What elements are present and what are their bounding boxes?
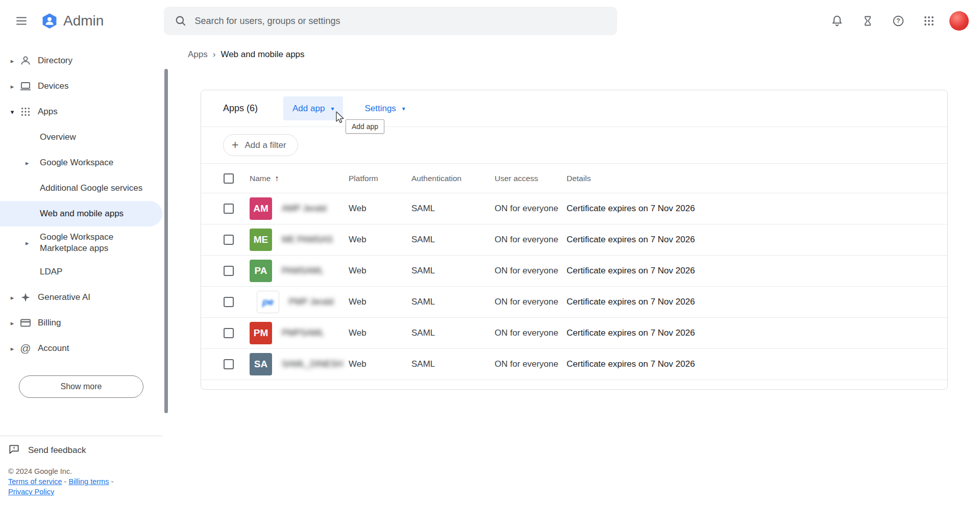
- expand-arrow-icon[interactable]: ▸: [6, 294, 18, 301]
- sidebar-item-apps[interactable]: ▾ Apps: [0, 99, 162, 124]
- notifications-button[interactable]: [827, 11, 847, 31]
- hamburger-icon: [15, 14, 28, 28]
- table-row[interactable]: ME ME PAMSAS Web SAML ON for everyone Ce…: [201, 224, 947, 256]
- app-launcher-button[interactable]: [919, 11, 939, 31]
- sidebar-item-ldap[interactable]: LDAP: [0, 259, 162, 285]
- apps-grid-icon: [18, 106, 33, 117]
- authentication-cell: SAML: [411, 266, 495, 276]
- expand-arrow-icon[interactable]: ▸: [6, 57, 18, 65]
- settings-button[interactable]: Settings ▾: [357, 96, 412, 120]
- admin-logo-icon: [41, 12, 58, 30]
- authentication-cell: SAML: [411, 297, 495, 307]
- row-checkbox[interactable]: [224, 204, 234, 214]
- sidebar-item-devices[interactable]: ▸ Devices: [0, 73, 162, 99]
- row-checkbox[interactable]: [224, 235, 234, 245]
- breadcrumb-apps-link[interactable]: Apps: [188, 49, 208, 60]
- details-cell: Certificate expires on 7 Nov 2026: [567, 266, 947, 276]
- column-header-platform: Platform: [349, 174, 411, 183]
- app-name: PMPSAML: [282, 328, 324, 338]
- sidebar-item-billing[interactable]: ▸ Billing: [0, 310, 162, 336]
- app-launcher-grid-icon: [923, 15, 935, 27]
- sidebar-item-web-and-mobile-apps[interactable]: Web and mobile apps: [0, 201, 162, 226]
- sidebar-item-google-workspace[interactable]: ▸ Google Workspace: [0, 150, 162, 175]
- search-input[interactable]: [194, 16, 607, 27]
- sidebar-item-label: Google Workspace: [40, 157, 113, 168]
- page-title: Apps (6): [223, 103, 258, 114]
- send-feedback-button[interactable]: Send feedback: [0, 436, 162, 459]
- sidebar-item-label: Overview: [40, 132, 76, 143]
- expand-arrow-icon[interactable]: ▸: [6, 345, 18, 352]
- table-row[interactable]: SA SAML_DINESH Web SAML ON for everyone …: [201, 349, 947, 380]
- row-checkbox[interactable]: [224, 266, 234, 276]
- table-row[interactable]: AM AMP Jerald Web SAML ON for everyone C…: [201, 193, 947, 224]
- menu-button[interactable]: [9, 9, 34, 33]
- show-more-button[interactable]: Show more: [19, 375, 143, 398]
- add-app-tooltip: Add app: [346, 119, 384, 134]
- sort-ascending-icon[interactable]: ↑: [275, 174, 279, 183]
- expand-arrow-icon[interactable]: ▸: [6, 83, 18, 90]
- breadcrumb-current-page: Web and mobile apps: [220, 49, 304, 60]
- sidebar-item-label: Directory: [38, 56, 72, 66]
- apps-list-card: Apps (6) Add app ▾ Settings ▾ + Add a fi…: [201, 90, 948, 390]
- app-avatar: pe: [257, 291, 279, 313]
- sidebar-scrollbar[interactable]: [164, 69, 168, 413]
- billing-terms-link[interactable]: Billing terms: [68, 477, 109, 486]
- expand-arrow-icon[interactable]: ▸: [26, 239, 40, 247]
- expand-arrow-icon[interactable]: ▸: [26, 159, 40, 167]
- person-icon: [18, 55, 33, 67]
- apps-toolbar: Apps (6) Add app ▾ Settings ▾: [201, 90, 947, 127]
- collapse-arrow-icon[interactable]: ▾: [6, 108, 18, 116]
- chevron-down-icon: ▾: [402, 105, 405, 112]
- sidebar-item-label: LDAP: [40, 266, 62, 277]
- add-filter-button[interactable]: + Add a filter: [223, 134, 298, 156]
- user-avatar[interactable]: [949, 11, 969, 31]
- column-header-authentication: Authentication: [411, 174, 495, 183]
- privacy-policy-link[interactable]: Privacy Policy: [8, 488, 54, 496]
- row-checkbox[interactable]: [224, 297, 234, 307]
- table-row[interactable]: PM PMPSAML Web SAML ON for everyone Cert…: [201, 318, 947, 349]
- sidebar-footer: © 2024 Google Inc. Terms of service - Bi…: [0, 459, 162, 505]
- add-app-button[interactable]: Add app ▾: [283, 96, 343, 120]
- sidebar-item-google-workspace-marketplace-apps[interactable]: ▸ Google Workspace Marketplace apps: [0, 226, 162, 259]
- terms-of-service-link[interactable]: Terms of service: [8, 477, 62, 486]
- user-access-cell: ON for everyone: [495, 266, 567, 276]
- row-checkbox[interactable]: [224, 359, 234, 369]
- sidebar-item-overview[interactable]: Overview: [0, 124, 162, 150]
- sidebar-item-account[interactable]: ▸ @ Account: [0, 336, 162, 361]
- app-name: PMP Jerald: [289, 297, 334, 307]
- filter-bar: + Add a filter: [201, 127, 947, 163]
- platform-cell: Web: [349, 235, 411, 245]
- table-row[interactable]: PA PAMSAML Web SAML ON for everyone Cert…: [201, 256, 947, 287]
- authentication-cell: SAML: [411, 328, 495, 338]
- help-icon: ?: [892, 14, 905, 28]
- help-button[interactable]: ?: [888, 11, 909, 31]
- user-access-cell: ON for everyone: [495, 235, 567, 245]
- admin-logo[interactable]: Admin: [41, 12, 104, 30]
- breadcrumb: Apps › Web and mobile apps: [169, 42, 980, 61]
- select-all-checkbox[interactable]: [224, 173, 234, 184]
- details-cell: Certificate expires on 7 Nov 2026: [567, 297, 947, 307]
- platform-cell: Web: [349, 266, 411, 276]
- sidebar-item-label: Generative AI: [38, 292, 90, 302]
- search-bar[interactable]: [164, 7, 617, 35]
- sidebar: ▸ Directory ▸ Devices ▾: [0, 42, 169, 505]
- expand-arrow-icon[interactable]: ▸: [6, 319, 18, 327]
- app-name: PAMSAML: [282, 266, 324, 276]
- sidebar-item-label: Devices: [38, 81, 68, 91]
- sidebar-item-additional-google-services[interactable]: Additional Google services: [0, 175, 162, 201]
- tasks-button[interactable]: [857, 11, 878, 31]
- sidebar-item-label: Web and mobile apps: [40, 208, 124, 219]
- table-row[interactable]: pe PMP Jerald Web SAML ON for everyone C…: [201, 287, 947, 318]
- column-header-name[interactable]: Name: [250, 174, 271, 183]
- product-name: Admin: [63, 13, 104, 29]
- sidebar-item-directory[interactable]: ▸ Directory: [0, 48, 162, 73]
- column-header-user-access: User access: [495, 174, 567, 183]
- search-icon: [174, 14, 187, 28]
- authentication-cell: SAML: [411, 359, 495, 369]
- authentication-cell: SAML: [411, 204, 495, 214]
- sidebar-item-label: Account: [38, 343, 69, 353]
- row-checkbox[interactable]: [224, 328, 234, 338]
- app-name: ME PAMSAS: [282, 235, 333, 245]
- user-access-cell: ON for everyone: [495, 328, 567, 338]
- sidebar-item-generative-ai[interactable]: ▸ Generative AI: [0, 285, 162, 310]
